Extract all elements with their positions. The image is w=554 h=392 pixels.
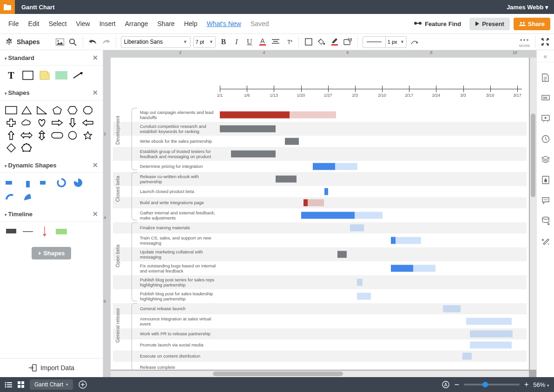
line-width-select[interactable]: 1 px▼ — [386, 36, 407, 48]
dyn-bar2[interactable] — [38, 178, 51, 188]
text-shape[interactable]: T — [5, 70, 18, 80]
zoom-thumb[interactable] — [482, 382, 488, 387]
tl-line[interactable] — [21, 226, 34, 237]
shape-pill[interactable] — [51, 130, 64, 140]
note-shape[interactable] — [38, 70, 51, 80]
task-row[interactable]: Promote launch via social media — [113, 339, 527, 351]
arrow-shape[interactable] — [72, 70, 85, 80]
menu-view[interactable]: View — [76, 20, 90, 27]
shape-fill-icon[interactable] — [303, 37, 314, 47]
task-row[interactable]: Train CS, sales, and support on new mess… — [113, 233, 527, 247]
zoom-slider[interactable] — [464, 384, 520, 385]
gantt-bar[interactable] — [301, 212, 355, 219]
shape-pentagon[interactable] — [51, 105, 64, 115]
task-row[interactable]: General release launch — [113, 303, 527, 314]
zoom-level[interactable]: 56% ▾ — [533, 381, 549, 388]
list-view-icon[interactable] — [5, 382, 12, 388]
italic-icon[interactable]: I — [231, 37, 242, 47]
shape-arrow-up[interactable] — [5, 130, 18, 140]
font-size-select[interactable]: 7 pt▼ — [193, 36, 216, 48]
menu-select[interactable]: Select — [49, 20, 67, 27]
chat-icon[interactable] — [541, 195, 551, 206]
task-row[interactable]: Map out campagin elements and lead hando… — [113, 108, 527, 122]
comment-icon[interactable]: 99 — [541, 93, 551, 103]
task-row[interactable]: Write ebook for the sales partnership — [113, 136, 527, 147]
more-button[interactable]: ••• MORE — [519, 36, 530, 48]
undo-icon[interactable] — [88, 37, 98, 47]
tl-milestone[interactable] — [38, 226, 51, 237]
dyn-bar[interactable] — [5, 178, 18, 188]
scrollbar-horizontal[interactable] — [111, 371, 529, 377]
scrollbar-thumb[interactable] — [213, 372, 343, 376]
target-icon[interactable]: A — [442, 381, 449, 388]
gantt-bar[interactable] — [391, 237, 396, 244]
dyn-arc[interactable] — [5, 192, 18, 202]
text-options-icon[interactable]: T▸ — [284, 37, 294, 47]
menu-insert[interactable]: Insert — [99, 20, 116, 27]
menu-help[interactable]: Help — [184, 20, 198, 27]
shape-style-icon[interactable] — [343, 37, 353, 47]
import-data[interactable]: Import Data — [0, 358, 103, 377]
close-icon[interactable]: ✕ — [92, 54, 98, 61]
user-menu[interactable]: James Webb ▾ — [507, 4, 554, 11]
task-row[interactable]: Work with PR to release partnership — [113, 328, 527, 339]
task-row[interactable]: Finalize training materials — [113, 222, 527, 233]
font-select[interactable]: Liberation Sans▼ — [121, 36, 191, 48]
zoom-out-icon[interactable]: − — [454, 380, 459, 390]
folder-icon[interactable] — [0, 0, 15, 14]
redo-icon[interactable] — [101, 37, 111, 47]
task-row[interactable]: Publish blog post series for sales reps … — [113, 275, 527, 289]
shape-cloud[interactable] — [20, 118, 33, 128]
border-color-icon[interactable] — [330, 37, 340, 47]
shape-arrow-left[interactable] — [81, 118, 94, 128]
gear-icon[interactable] — [4, 37, 14, 47]
section-standard[interactable]: ▾ Standard ✕ — [0, 50, 103, 66]
menu-whats-new[interactable]: What's New — [207, 20, 241, 27]
shape-cross[interactable] — [5, 118, 18, 128]
close-icon[interactable]: ✕ — [92, 210, 98, 218]
grid-view-icon[interactable] — [18, 381, 24, 388]
task-row[interactable]: Release co-written ebook with partnershi… — [113, 172, 527, 186]
present-button[interactable]: Present — [469, 18, 510, 30]
task-row[interactable]: Publish blog post for sales leadership h… — [113, 289, 527, 303]
gantt-bar[interactable] — [357, 293, 371, 300]
gantt-bar[interactable] — [313, 163, 335, 170]
gantt-bar[interactable] — [337, 251, 347, 258]
fill-bucket-icon[interactable] — [317, 37, 327, 47]
rect-shape[interactable] — [21, 70, 34, 80]
zoom-in-icon[interactable]: + — [524, 380, 528, 389]
shape-octagon[interactable] — [81, 105, 94, 115]
section-dynamic[interactable]: ▾ Dynamic Shapes ✕ — [0, 158, 103, 173]
magic-icon[interactable] — [541, 236, 551, 246]
scrollbar-vertical[interactable] — [530, 58, 536, 370]
fullscreen-icon[interactable] — [540, 37, 550, 47]
task-row[interactable]: Gather internal and external feedback; m… — [113, 208, 527, 222]
line-arrow-icon[interactable] — [409, 37, 420, 47]
shape-heart[interactable] — [35, 118, 48, 128]
page-icon[interactable] — [541, 73, 551, 83]
menu-edit[interactable]: Edit — [28, 20, 40, 27]
shape-diamond[interactable] — [5, 143, 18, 153]
close-icon[interactable]: ✕ — [92, 161, 98, 169]
share-button[interactable]: Share — [514, 18, 550, 30]
shape-right-triangle[interactable] — [35, 105, 48, 115]
tl-block[interactable] — [5, 226, 18, 237]
menu-share[interactable]: Share — [158, 20, 175, 27]
dyn-ring[interactable] — [55, 178, 68, 188]
gantt-bar[interactable] — [391, 265, 413, 272]
line-style-select[interactable] — [363, 36, 386, 48]
gantt-bar[interactable] — [413, 265, 435, 272]
section-shapes[interactable]: ▾ Shapes ✕ — [0, 85, 103, 100]
task-row[interactable]: Execute on content distribution — [113, 351, 527, 362]
gantt-bar[interactable] — [303, 199, 308, 206]
gantt-bar[interactable] — [324, 188, 328, 195]
feature-find[interactable]: Feature Find — [414, 20, 461, 27]
add-page-icon[interactable] — [79, 380, 87, 389]
task-row[interactable]: Fix outstanding bugs based on internal a… — [113, 261, 527, 275]
theme-icon[interactable] — [541, 175, 551, 185]
gantt-bar[interactable] — [355, 212, 383, 219]
block-shape[interactable] — [55, 70, 68, 80]
gantt-bar[interactable] — [443, 306, 461, 312]
menu-file[interactable]: File — [8, 20, 19, 27]
bold-icon[interactable]: B — [218, 37, 229, 47]
